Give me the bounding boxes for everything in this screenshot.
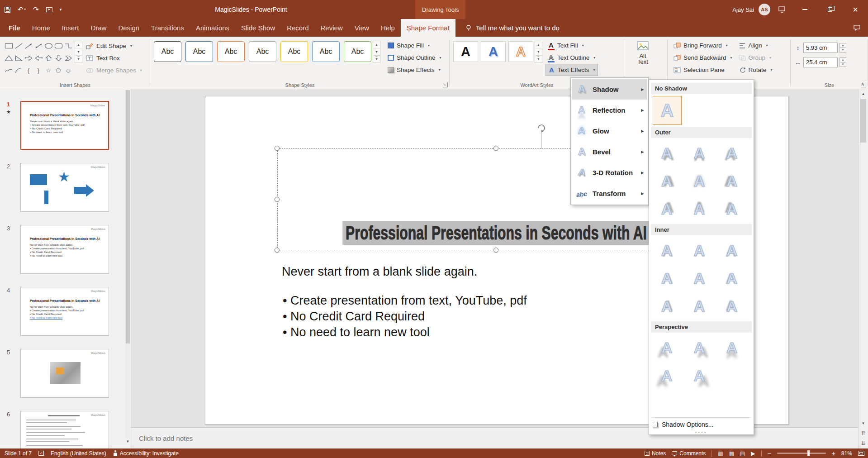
previous-slide-button[interactable]: ⇈ <box>859 429 868 437</box>
shape-elbow-connector-icon[interactable] <box>64 43 73 49</box>
shape-up-arrow-icon[interactable] <box>44 55 53 62</box>
tab-record[interactable]: Record <box>281 19 314 37</box>
customize-qat-button[interactable]: ▾ <box>60 7 62 12</box>
shadow-option-offset-top-right[interactable]: A <box>653 196 681 222</box>
shape-left-brace-icon[interactable]: { <box>28 67 29 74</box>
wordart-style-swatch[interactable]: A <box>453 41 478 62</box>
menu-item-reflection[interactable]: A Reflection ▸ <box>572 100 647 120</box>
shape-style-swatch[interactable]: Abc <box>312 41 340 62</box>
minimize-button[interactable] <box>792 0 817 19</box>
slide-bullets[interactable]: • Create presentation from text, YouTube… <box>283 293 527 340</box>
close-button[interactable]: × <box>843 0 868 19</box>
wordart-style-swatch[interactable]: A <box>508 41 533 62</box>
comments-toggle-button[interactable]: Comments <box>672 450 706 457</box>
tab-animations[interactable]: Animations <box>190 19 235 37</box>
shape-fill-button[interactable]: Shape Fill▾ <box>385 39 444 52</box>
slideshow-view-button[interactable]: ▶ <box>751 450 755 457</box>
shapes-gallery-more-button[interactable]: ▾ <box>75 55 82 63</box>
tab-insert[interactable]: Insert <box>56 19 85 37</box>
height-decrement-button[interactable]: ▼ <box>840 48 846 52</box>
language-status-button[interactable]: English (United States) <box>51 450 106 457</box>
tab-design[interactable]: Design <box>112 19 145 37</box>
shape-star-icon[interactable]: ☆ <box>46 67 51 74</box>
shape-arc-icon[interactable] <box>14 67 23 74</box>
gallery-resize-grip[interactable]: •••• <box>649 430 754 434</box>
menu-item-3d-rotation[interactable]: A 3-D Rotation ▸ <box>572 162 647 183</box>
selection-pane-button[interactable]: Selection Pane <box>671 64 735 76</box>
shadow-option-perspective-below[interactable]: A <box>718 334 746 361</box>
menu-item-shadow[interactable]: A Shadow ▸ <box>572 79 647 100</box>
shape-chevron-icon[interactable] <box>64 55 73 62</box>
redo-button[interactable]: ↷ <box>33 5 39 14</box>
notes-toggle-button[interactable]: Notes <box>645 450 666 457</box>
shape-style-swatch[interactable]: Abc <box>249 41 276 62</box>
shape-right-brace-icon[interactable]: } <box>38 67 39 74</box>
reading-view-button[interactable]: ▤ <box>740 450 745 457</box>
tab-draw[interactable]: Draw <box>85 19 112 37</box>
shape-outline-button[interactable]: Shape Outline▾ <box>385 52 444 64</box>
scrollbar-thumb[interactable] <box>126 90 130 344</box>
group-button[interactable]: Group▾ <box>736 52 775 64</box>
shadow-option-inside-bottom-left[interactable]: A <box>718 237 746 263</box>
shadow-options-button[interactable]: Shadow Options... <box>652 417 751 428</box>
shadow-option-offset-top[interactable]: A <box>685 196 713 222</box>
collapse-ribbon-button[interactable]: ∧ <box>861 81 864 87</box>
selection-handle-top-center[interactable] <box>493 146 498 151</box>
tab-home[interactable]: Home <box>26 19 56 37</box>
wordart-up-button[interactable]: ▴ <box>535 41 542 48</box>
slide-sorter-view-button[interactable]: ▦ <box>729 450 734 457</box>
menu-item-bevel[interactable]: A Bevel ▸ <box>572 141 647 162</box>
shape-styles-dialog-launcher[interactable]: ↘ <box>443 82 448 87</box>
start-slideshow-button[interactable] <box>46 7 52 12</box>
edit-shape-button[interactable]: Edit Shape▾ <box>84 40 144 52</box>
zoom-slider[interactable] <box>777 453 826 454</box>
shape-right-arrow-icon[interactable] <box>24 55 33 62</box>
slide-thumbnail-3[interactable]: MagicSlides Professional Presentations i… <box>20 225 109 274</box>
restore-button[interactable] <box>817 0 843 19</box>
shape-style-swatch[interactable]: Abc <box>280 41 308 62</box>
spellcheck-status-button[interactable]: ✓ <box>38 451 44 456</box>
shape-arrow-icon[interactable] <box>24 43 33 49</box>
shape-diamond-icon[interactable]: ◇ <box>66 67 71 74</box>
alt-text-button[interactable]: Alt Text <box>628 41 658 65</box>
shape-line-icon[interactable] <box>14 43 23 49</box>
tab-transitions[interactable]: Transitions <box>145 19 190 37</box>
zoom-in-button[interactable]: + <box>832 450 835 457</box>
thumbnail-panel-scroll-down-button[interactable]: ▼ <box>125 439 130 446</box>
shape-rectangle-icon[interactable] <box>5 43 13 49</box>
tab-view[interactable]: View <box>349 19 375 37</box>
accessibility-status-button[interactable]: Accessibility: Investigate <box>113 450 179 457</box>
slide-thumbnail-2[interactable]: MagicSlides ★ <box>20 163 109 212</box>
shadow-option-inside-left[interactable]: A <box>718 265 746 291</box>
send-backward-button[interactable]: Send Backward▾ <box>671 52 735 64</box>
shadow-option-perspective-upper-left[interactable]: A <box>653 334 681 361</box>
zoom-slider-thumb[interactable] <box>807 450 810 456</box>
shadow-option-none[interactable]: A <box>653 96 682 125</box>
shape-triangle-icon[interactable] <box>5 55 13 62</box>
shape-left-arrow-icon[interactable] <box>34 55 43 62</box>
fit-slide-to-window-button[interactable] <box>858 451 864 456</box>
shadow-option-offset-top-left[interactable]: A <box>718 196 746 222</box>
bring-forward-button[interactable]: Bring Forward▾ <box>671 39 735 52</box>
user-name[interactable]: Ajay Sai <box>732 6 754 13</box>
wordart-down-button[interactable]: ▾ <box>535 48 542 56</box>
undo-button[interactable]: ↶▾ <box>18 5 26 14</box>
width-decrement-button[interactable]: ▼ <box>840 62 846 67</box>
slide-indicator[interactable]: Slide 1 of 7 <box>5 450 32 457</box>
shape-down-arrow-icon[interactable] <box>54 55 63 62</box>
wordart-style-swatch[interactable]: A <box>481 41 506 62</box>
slide-thumbnail-6[interactable]: MagicSlides <box>20 411 109 448</box>
shape-styles-more-button[interactable]: ▾ <box>373 55 380 63</box>
comments-icon[interactable] <box>854 25 861 31</box>
shadow-option-perspective-lower-right[interactable]: A <box>685 363 713 389</box>
text-fill-button[interactable]: A Text Fill▾ <box>545 39 598 52</box>
shape-style-swatch[interactable]: Abc <box>154 41 181 62</box>
shape-styles-down-button[interactable]: ▾ <box>373 48 380 56</box>
text-outline-button[interactable]: A Text Outline▾ <box>545 52 598 64</box>
selection-handle-top-left[interactable] <box>275 146 280 151</box>
scroll-down-button[interactable]: ▼ <box>859 420 868 427</box>
shape-scribble-icon[interactable] <box>5 67 13 74</box>
shape-styles-up-button[interactable]: ▴ <box>373 41 380 48</box>
shadow-option-inside-center[interactable]: A <box>685 265 713 291</box>
tab-review[interactable]: Review <box>315 19 349 37</box>
